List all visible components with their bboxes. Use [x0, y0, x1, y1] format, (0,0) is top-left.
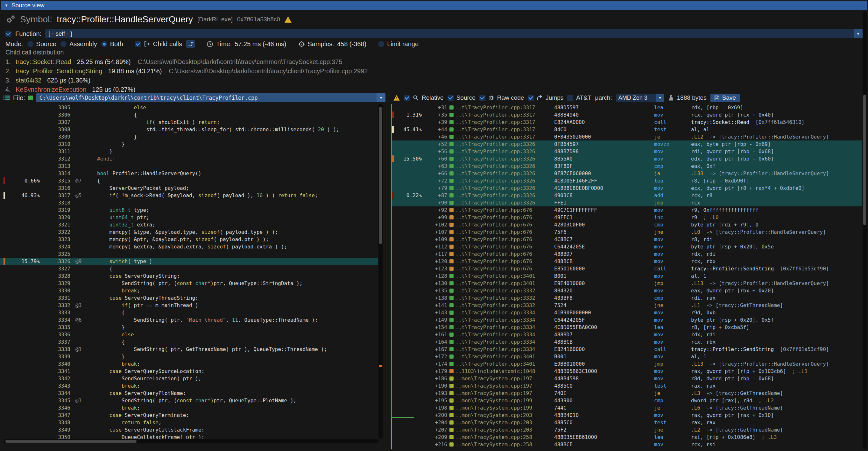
asm-row[interactable]: +154..t\TracyProfiler.cpp:33344C8D055FBA… [391, 324, 862, 331]
asm-source-location[interactable]: ..mon\TracySystem.cpp:203 [456, 426, 552, 433]
asm-row[interactable]: +128..t\TracyProfiler.cpp:3401B001moval,… [391, 272, 862, 280]
asm-row[interactable]: 1.31%+35..t\TracyProfiler.cpp:3317488B49… [391, 111, 862, 119]
asm-row[interactable]: +198..mon\TracySystem.cpp:199744Cje.L6 -… [391, 404, 862, 412]
asm-row[interactable]: +161..t\TracyProfiler.cpp:3334488BD7movr… [391, 331, 862, 338]
child-call-row[interactable]: 1.tracy::Socket::Read25.25 ms (54.89%)C:… [5, 57, 858, 66]
asm-row[interactable]: 45.41%+44..t\TracyProfiler.cpp:331784C0t… [391, 126, 862, 133]
function-combo[interactable]: [ - self - ] ▼ [45, 29, 863, 38]
asm-source-location[interactable]: ..t\TracyProfiler.cpp:3326 [456, 148, 552, 155]
chevron-down-icon[interactable]: ▼ [376, 93, 385, 102]
asm-row[interactable]: +167..t\TracyProfiler.cpp:3334E824160000… [391, 345, 862, 353]
collapse-icon[interactable]: ▼ [4, 3, 8, 8]
asm-row[interactable]: +63..t\TracyProfiler.cpp:332683F80Fcmpea… [391, 162, 862, 170]
asm-row[interactable]: 15.50%+60..t\TracyProfiler.cpp:33268B55A… [391, 155, 862, 162]
asm-source-location[interactable]: ..t\TracyProfiler.cpp:3326 [456, 170, 552, 177]
source-checkbox[interactable] [447, 95, 454, 101]
asm-source-location[interactable]: ..t\TracyProfiler.cpp:3334 [456, 316, 552, 324]
asm-row[interactable]: +186..mon\TracySystem.cpp:197448B4598mov… [391, 375, 862, 382]
asm-source-location[interactable]: ..mon\TracySystem.cpp:203 [456, 412, 552, 419]
source-line[interactable]: 3318 [0, 199, 378, 206]
asm-row[interactable]: +56..t\TracyProfiler.cpp:3326488B7D98mov… [391, 148, 862, 155]
source-line[interactable]: 3347 case ServerQueryTerminate: [0, 412, 378, 419]
asm-row[interactable]: +138..t\TracyProfiler.cpp:3332483BF8cmpr… [391, 294, 862, 302]
source-line[interactable]: 3345@1 SendString( ptr, (const char*)ptr… [0, 397, 378, 404]
asm-source-location[interactable]: ..t\TracyProfiler.cpp:3317 [456, 111, 552, 119]
source-line[interactable]: 3334@6 SendString( ptr, "Main thread", 1… [0, 316, 378, 324]
source-line[interactable]: 3330 break; [0, 287, 378, 294]
asm-source-location[interactable]: ..t\TracyProfiler.hpp:676 [456, 265, 552, 272]
save-button[interactable]: Save [710, 94, 740, 102]
asm-source-location[interactable]: ..t\TracyProfiler.cpp:3326 [456, 192, 552, 199]
asm-source-location[interactable]: ..t\TracyProfiler.cpp:3401 [456, 360, 552, 367]
source-horizontal-scrollbar[interactable] [3, 439, 378, 443]
asm-source-location[interactable]: ..t\TracyProfiler.hpp:676 [456, 250, 552, 258]
source-line[interactable]: 3311 } [0, 148, 378, 155]
source-line[interactable]: 3324 memcpy( &extra, &payload.extra, siz… [0, 243, 378, 250]
asm-source-location[interactable]: ..t\TracyProfiler.cpp:3332 [456, 294, 552, 302]
asm-source-location[interactable]: ..t\TracyProfiler.cpp:3334 [456, 309, 552, 316]
asm-source-location[interactable]: ..mon\TracySystem.cpp:258 [456, 433, 552, 441]
jumps-toggle[interactable]: Jumps [528, 94, 563, 101]
source-line[interactable]: 3342 SendSourceLocation( ptr ); [0, 375, 378, 382]
asm-source-location[interactable]: ..t\TracyProfiler.hpp:676 [456, 214, 552, 221]
source-line[interactable]: 3316 ServerQueryPacket payload; [0, 184, 378, 192]
source-line[interactable]: 3310 } [0, 141, 378, 148]
source-line[interactable]: 3348 return false; [0, 419, 378, 426]
asm-source-location[interactable]: ..t\TracyProfiler.cpp:3401 [456, 280, 552, 287]
source-line[interactable]: 3331 case ServerQueryThreadString: [0, 294, 378, 302]
asm-source-location[interactable]: ..t\TracyProfiler.cpp:3332 [456, 302, 552, 309]
asm-row[interactable]: 0.22%+87..t\TracyProfiler.cpp:33264903C8… [391, 192, 862, 199]
asm-source-location[interactable]: ..t\TracyProfiler.cpp:3326 [456, 199, 552, 206]
mode-radio-both[interactable]: Both [101, 40, 123, 48]
child-call-row[interactable]: 2.tracy::Profiler::SendLongString19.88 m… [5, 66, 858, 76]
asm-source-location[interactable]: ..t\TracyProfiler.cpp:3317 [456, 126, 552, 133]
source-vertical-scrollbar[interactable] [378, 104, 382, 439]
asm-source-location[interactable]: ..t\TracyProfiler.hpp:676 [456, 236, 552, 243]
asm-source-location[interactable]: ..t\TracyProfiler.hpp:676 [456, 206, 552, 214]
source-line[interactable]: 3308 std::this_thread::sleep_for( std::c… [0, 126, 378, 133]
list-icon[interactable] [3, 95, 10, 101]
assembly-vertical-scrollbar[interactable] [863, 11, 867, 449]
asm-source-location[interactable]: ..t\TracyProfiler.cpp:3317 [456, 133, 552, 141]
child-call-row[interactable]: 3.stat64i32625 μs (1.36%) [5, 76, 858, 85]
asm-row[interactable]: +112..t\TracyProfiler.hpp:676C64424205Em… [391, 243, 862, 250]
asm-source-location[interactable]: ..t\TracyProfiler.cpp:3317 [456, 104, 552, 111]
source-line[interactable]: 3350 QueueCallstackFrame( ptr ); [0, 433, 378, 439]
source-line[interactable]: 3349 case ServerQueryCallstackFrame: [0, 426, 378, 433]
asm-row[interactable]: +172..t\TracyProfiler.cpp:3401B001moval,… [391, 353, 862, 360]
asm-row[interactable]: +79..t\TracyProfiler.cpp:3326418B8C80E0B… [391, 184, 862, 192]
asm-source-location[interactable]: ..mon\TracySystem.cpp:197 [456, 382, 552, 390]
asm-source-location[interactable]: ..t\TracyProfiler.cpp:3334 [456, 324, 552, 331]
source-line[interactable]: 15.79%3326@9 switch( type ) [0, 258, 378, 265]
asm-row[interactable]: +117..t\TracyProfiler.hpp:676488BD7movrd… [391, 250, 862, 258]
chevron-down-icon[interactable]: ▼ [854, 29, 863, 38]
asm-row[interactable]: +179..1103\include\atomic:1048488B05B63C… [391, 367, 862, 375]
asm-row[interactable]: +130..t\TracyProfiler.cpp:3401E9E4010000… [391, 280, 862, 287]
radio-icon[interactable] [27, 41, 33, 47]
asm-source-location[interactable]: ..t\TracyProfiler.cpp:3401 [456, 272, 552, 280]
asm-row[interactable]: +107..t\TracyProfiler.hpp:67675F6jne.L0 … [391, 229, 862, 236]
asm-row[interactable]: +200..mon\TracySystem.cpp:203488B4010mov… [391, 412, 862, 419]
asm-row[interactable]: +141..t\TracyProfiler.cpp:33327524jne.L1… [391, 302, 862, 309]
raw-code-checkbox[interactable] [479, 95, 486, 101]
source-line[interactable]: 3323 memcpy( &ptr, &payload.ptr, sizeof(… [0, 236, 378, 243]
asm-row[interactable]: +66..t\TracyProfiler.cpp:33260F87CE06000… [391, 170, 862, 177]
raw-code-toggle[interactable]: Raw code [479, 94, 524, 101]
asm-row[interactable]: +92..t\TracyProfiler.hpp:67649C7C1FFFFFF… [391, 206, 862, 214]
source-line[interactable]: 3333 { [0, 309, 378, 316]
asm-source-location[interactable]: ..t\TracyProfiler.hpp:676 [456, 229, 552, 236]
asm-row[interactable]: +90..t\TracyProfiler.cpp:3326FFE1jmprcx [391, 199, 862, 206]
limit-range-checkbox[interactable] [378, 41, 384, 47]
mode-radio-source[interactable]: Source [27, 40, 56, 48]
file-combo[interactable]: C:\Users\wolf\Desktop\darkrl\contrib\tra… [36, 93, 385, 102]
asm-source-location[interactable]: ..t\TracyProfiler.cpp:3334 [456, 345, 552, 353]
asm-source-location[interactable]: ..t\TracyProfiler.cpp:3326 [456, 141, 552, 148]
relative-checkbox[interactable] [404, 95, 410, 101]
asm-source-location[interactable]: ..mon\TracySystem.cpp:199 [456, 404, 552, 412]
uarch-combo[interactable]: AMD Zen 3 ▼ [616, 94, 664, 102]
source-line[interactable]: 3340 break; [0, 360, 378, 367]
source-line[interactable]: 3336 else [0, 331, 378, 338]
limit-range-toggle[interactable]: Limit range [378, 40, 418, 48]
source-line[interactable]: 3319 uint8_t type; [0, 206, 378, 214]
asm-row[interactable]: +109..t\TracyProfiler.hpp:6764C8BC7movr8… [391, 236, 862, 243]
